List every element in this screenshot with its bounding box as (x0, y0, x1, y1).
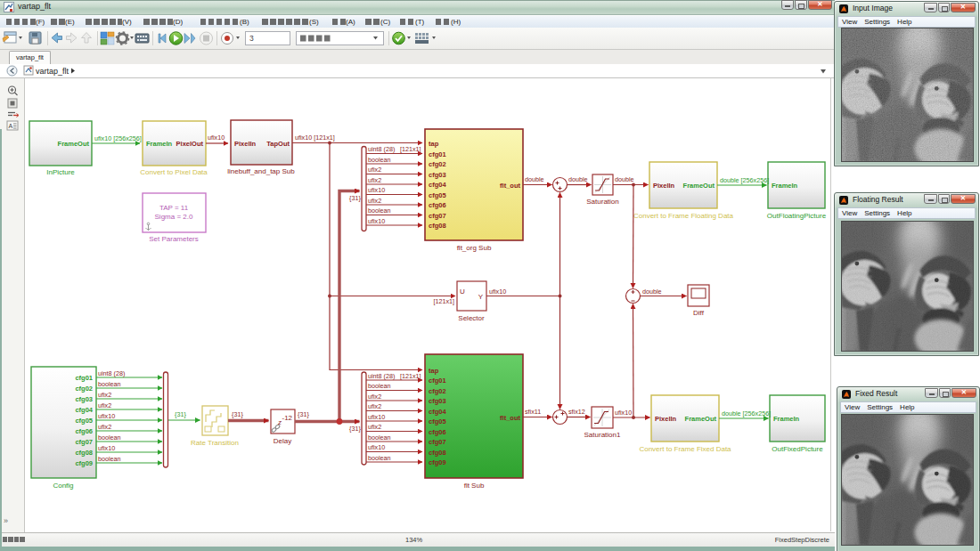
svg-text:{31}: {31} (349, 425, 361, 433)
svg-text:boolean: boolean (368, 156, 391, 164)
svg-text:cfg06: cfg06 (429, 428, 446, 436)
svg-text:boolean: boolean (368, 454, 391, 462)
svg-text:cfg03: cfg03 (429, 397, 446, 405)
svg-text:tap: tap (429, 367, 439, 375)
svg-text:ufix10: ufix10 (489, 288, 506, 296)
svg-text:FrameOut: FrameOut (58, 140, 90, 148)
svg-text:PixelIn: PixelIn (655, 415, 677, 423)
svg-text:FrameOut: FrameOut (685, 415, 717, 423)
svg-text:{31}: {31} (232, 410, 243, 418)
svg-text:cfg04: cfg04 (429, 181, 446, 189)
svg-text:{31}: {31} (175, 410, 186, 418)
svg-text:Rate Transition: Rate Transition (191, 439, 239, 447)
svg-text:InPicture: InPicture (46, 168, 75, 176)
svg-text:PixelIn: PixelIn (653, 182, 675, 190)
svg-text:boolean: boolean (98, 455, 121, 463)
svg-text:flt_org Sub: flt_org Sub (457, 244, 492, 252)
svg-text:uint8 (28): uint8 (28) (98, 369, 125, 377)
svg-text:cfg01: cfg01 (75, 374, 93, 382)
svg-text:flt_out: flt_out (500, 414, 520, 422)
svg-text:double [256x256]: double [256x256] (720, 176, 769, 184)
svg-text:uint8 (28): uint8 (28) (368, 145, 395, 153)
svg-text:ufix10: ufix10 (98, 412, 115, 420)
svg-text:boolean: boolean (368, 382, 391, 390)
svg-text:PixelOut: PixelOut (176, 140, 204, 148)
svg-text:ufix2: ufix2 (368, 402, 381, 410)
svg-text:Convert to Pixel Data: Convert to Pixel Data (140, 168, 208, 176)
svg-text:ufix2: ufix2 (98, 423, 111, 431)
svg-text:TapOut: TapOut (266, 140, 290, 148)
svg-text:cfg05: cfg05 (75, 417, 93, 425)
svg-text:ufix10: ufix10 (615, 409, 632, 417)
svg-text:cfg02: cfg02 (75, 385, 93, 393)
svg-text:[121x1]: [121x1] (400, 145, 421, 153)
svg-text:-12: -12 (282, 414, 293, 422)
svg-text:Saturation1: Saturation1 (584, 431, 621, 439)
svg-text:FrameIn: FrameIn (772, 182, 798, 190)
svg-text:Selector: Selector (458, 314, 485, 322)
svg-text:ufix2: ufix2 (98, 391, 111, 399)
svg-text:boolean: boolean (98, 380, 121, 388)
svg-text:cfg03: cfg03 (75, 395, 93, 403)
svg-text:cfg04: cfg04 (75, 406, 93, 414)
svg-text:Convert to Frame Fixed Data: Convert to Frame Fixed Data (639, 445, 731, 453)
svg-text:linebuff_and_tap Sub: linebuff_and_tap Sub (227, 167, 295, 175)
svg-text:Config: Config (53, 482, 73, 490)
svg-text:Diff: Diff (693, 309, 705, 317)
svg-text:[121x1]: [121x1] (433, 297, 454, 305)
svg-text:flt Sub: flt Sub (464, 482, 485, 490)
svg-text:cfg07: cfg07 (75, 438, 93, 446)
svg-text:cfg09: cfg09 (429, 458, 446, 466)
svg-text:FrameIn: FrameIn (773, 415, 800, 423)
svg-text:FrameIn: FrameIn (146, 140, 173, 148)
svg-text:{31}: {31} (298, 410, 309, 418)
svg-text:cfg08: cfg08 (75, 449, 93, 457)
svg-text:Delay: Delay (274, 437, 291, 445)
svg-text:sfix12: sfix12 (568, 408, 585, 416)
svg-text:ufix10: ufix10 (368, 413, 385, 421)
svg-text:TAP = 11: TAP = 11 (159, 204, 189, 212)
svg-text:cfg02: cfg02 (429, 387, 446, 395)
svg-text:double [256x256]: double [256x256] (722, 409, 771, 417)
svg-text:3: 3 (249, 34, 254, 43)
svg-text:ufix10: ufix10 (368, 217, 385, 225)
svg-text:boolean: boolean (98, 434, 121, 442)
svg-text:cfg01: cfg01 (429, 150, 446, 158)
svg-text:A: A (9, 123, 13, 129)
svg-text:Saturation: Saturation (586, 198, 618, 206)
svg-text:Set Parameters: Set Parameters (149, 235, 199, 243)
svg-text:Sigma = 2.0: Sigma = 2.0 (155, 213, 193, 221)
svg-text:[121x1]: [121x1] (400, 372, 421, 380)
svg-text:ufix2: ufix2 (368, 393, 381, 401)
svg-text:cfg08: cfg08 (429, 449, 446, 457)
svg-text:ufix2: ufix2 (368, 176, 381, 184)
svg-text:cfg07: cfg07 (429, 438, 446, 446)
svg-text:cfg04: cfg04 (429, 408, 446, 416)
svg-text:tap: tap (429, 140, 439, 148)
svg-text:cfg09: cfg09 (75, 459, 93, 467)
svg-text:PixelIn: PixelIn (234, 140, 257, 148)
svg-text:double: double (642, 288, 662, 296)
svg-text:ufix10: ufix10 (368, 443, 385, 451)
svg-text:double: double (615, 175, 634, 183)
svg-text:U: U (460, 288, 465, 296)
svg-text:cfg02: cfg02 (429, 160, 446, 168)
svg-text:cfg06: cfg06 (75, 427, 93, 435)
svg-text:OutFixedPicture: OutFixedPicture (772, 445, 823, 453)
svg-text:double: double (568, 175, 588, 183)
svg-text:cfg05: cfg05 (429, 417, 446, 425)
svg-text:Convert to Frame Floating Data: Convert to Frame Floating Data (633, 212, 734, 220)
svg-text:{31}: {31} (349, 194, 361, 202)
svg-text:ufix10: ufix10 (98, 444, 115, 452)
svg-text:ufix2: ufix2 (98, 401, 111, 409)
svg-text:ufix10: ufix10 (368, 186, 385, 194)
svg-text:cfg08: cfg08 (429, 222, 446, 230)
svg-text:boolean: boolean (368, 207, 391, 215)
svg-text:ufix2: ufix2 (368, 197, 381, 205)
svg-text:ufix10: ufix10 (208, 134, 225, 142)
svg-text:ufix10 [256x256]: ufix10 [256x256] (94, 134, 142, 142)
svg-text:ufix2: ufix2 (368, 166, 381, 174)
svg-text:flt_out: flt_out (500, 182, 520, 190)
svg-text:cfg07: cfg07 (429, 212, 446, 220)
svg-text:cfg03: cfg03 (429, 171, 446, 179)
